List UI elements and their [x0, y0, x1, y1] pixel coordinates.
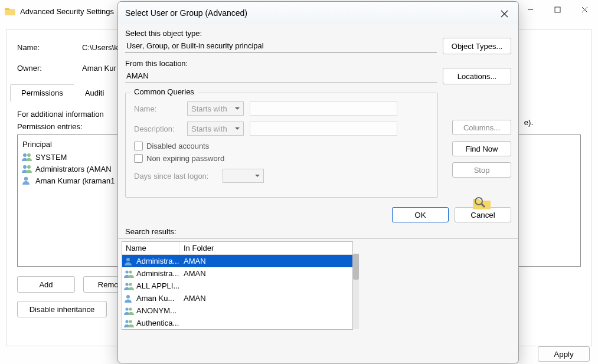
svg-point-4 [27, 165, 31, 169]
cq-desc-match-select[interactable]: Starts with [187, 122, 244, 136]
search-results-label: Search results: [118, 226, 518, 237]
result-name: ALL APPLI... [136, 281, 181, 290]
locations-button[interactable]: Locations... [443, 68, 511, 84]
result-folder: AMAN [181, 257, 206, 265]
search-result-row[interactable]: Authentica... [122, 317, 352, 329]
cq-name-input[interactable] [250, 101, 397, 116]
from-location-label: From this location: [125, 59, 511, 68]
svg-point-5 [24, 177, 28, 181]
scrollbar-thumb[interactable] [353, 254, 359, 280]
results-scrollbar[interactable] [353, 254, 359, 329]
search-result-row[interactable]: ANONYM... [122, 304, 352, 317]
result-name: Authentica... [136, 319, 181, 327]
svg-rect-0 [555, 7, 560, 12]
svg-point-15 [125, 320, 128, 323]
maximize-button[interactable] [544, 0, 571, 19]
object-types-button[interactable]: Object Types... [443, 38, 511, 54]
result-name: Administra... [136, 269, 181, 278]
svg-point-9 [129, 270, 132, 273]
col-in-folder[interactable]: In Folder [180, 242, 352, 254]
right-button-column: Columns... Find Now Stop [452, 120, 511, 211]
from-location-field[interactable] [125, 69, 437, 83]
checkbox-icon [134, 142, 143, 150]
cq-desc-input[interactable] [250, 122, 397, 136]
svg-point-10 [125, 283, 128, 286]
svg-point-1 [23, 153, 27, 157]
window-controls [517, 0, 598, 19]
non-expiring-checkbox[interactable]: Non expiring password [134, 154, 429, 163]
tab-permissions[interactable]: Permissions [10, 84, 74, 101]
result-folder: AMAN [181, 269, 206, 278]
name-value: C:\Users\k [82, 43, 118, 52]
find-now-button[interactable]: Find Now [452, 141, 511, 156]
result-name: Aman Ku... [136, 294, 181, 303]
svg-point-16 [129, 320, 132, 323]
common-queries-legend: Common Queries [130, 87, 198, 96]
svg-point-13 [125, 307, 128, 310]
object-type-label: Select this object type: [125, 29, 511, 38]
checkbox-icon [134, 154, 143, 163]
disabled-accounts-checkbox[interactable]: Disabled accounts [134, 142, 429, 150]
svg-point-12 [126, 295, 130, 299]
stop-button[interactable]: Stop [452, 162, 511, 178]
minimize-button[interactable] [517, 0, 544, 19]
dialog-close-button[interactable] [495, 5, 514, 22]
svg-point-14 [129, 307, 132, 310]
permission-entry-name: SYSTEM [35, 153, 67, 162]
svg-point-8 [125, 270, 128, 273]
result-name: ANONYM... [136, 306, 181, 315]
search-result-row[interactable]: Administra...AMAN [122, 267, 352, 280]
disable-inheritance-button[interactable]: Disable inheritance [17, 301, 107, 317]
owner-value: Aman Kur [82, 64, 116, 73]
permission-entry-name: Administrators (AMAN [35, 165, 112, 173]
result-name: Administra... [136, 257, 181, 265]
search-result-row[interactable]: Administra...AMAN [122, 255, 352, 267]
col-name[interactable]: Name [122, 242, 180, 254]
search-folder-icon [472, 194, 492, 211]
ok-button[interactable]: OK [392, 207, 449, 222]
add-button[interactable]: Add [17, 276, 75, 293]
apply-button[interactable]: Apply [538, 346, 590, 362]
select-user-group-dialog: Select User or Group (Advanced) Select t… [117, 1, 519, 363]
close-button[interactable] [571, 0, 598, 19]
object-type-field[interactable] [125, 39, 437, 53]
close-icon [501, 10, 508, 18]
name-label: Name: [17, 43, 82, 52]
dialog-title: Select User or Group (Advanced) [118, 2, 518, 24]
common-queries-group: Common Queries Name: Starts with Descrip… [125, 93, 438, 198]
columns-button[interactable]: Columns... [452, 120, 511, 135]
svg-point-2 [27, 153, 31, 157]
tab-auditing[interactable]: Auditi [74, 84, 116, 101]
owner-label: Owner: [17, 64, 82, 73]
bg-window-title: Advanced Security Settings [20, 7, 114, 16]
search-results-header: Name In Folder [122, 242, 352, 255]
search-results-list[interactable]: Name In Folder Administra...AMANAdminist… [122, 241, 353, 330]
svg-point-11 [129, 283, 132, 286]
cq-name-label: Name: [134, 104, 181, 113]
days-since-select[interactable] [223, 169, 264, 183]
truncated-text: e). [524, 118, 533, 127]
result-folder: AMAN [181, 294, 206, 303]
svg-point-7 [126, 258, 130, 261]
days-since-label: Days since last logon: [134, 172, 217, 181]
permission-entry-name: Aman Kumar (kraman1 [35, 176, 115, 185]
cq-name-match-select[interactable]: Starts with [187, 101, 244, 116]
folder-icon [5, 7, 15, 15]
search-result-row[interactable]: ALL APPLI... [122, 280, 352, 292]
cq-desc-label: Description: [134, 124, 181, 133]
search-result-row[interactable]: Aman Ku...AMAN [122, 292, 352, 304]
svg-point-3 [23, 165, 27, 169]
